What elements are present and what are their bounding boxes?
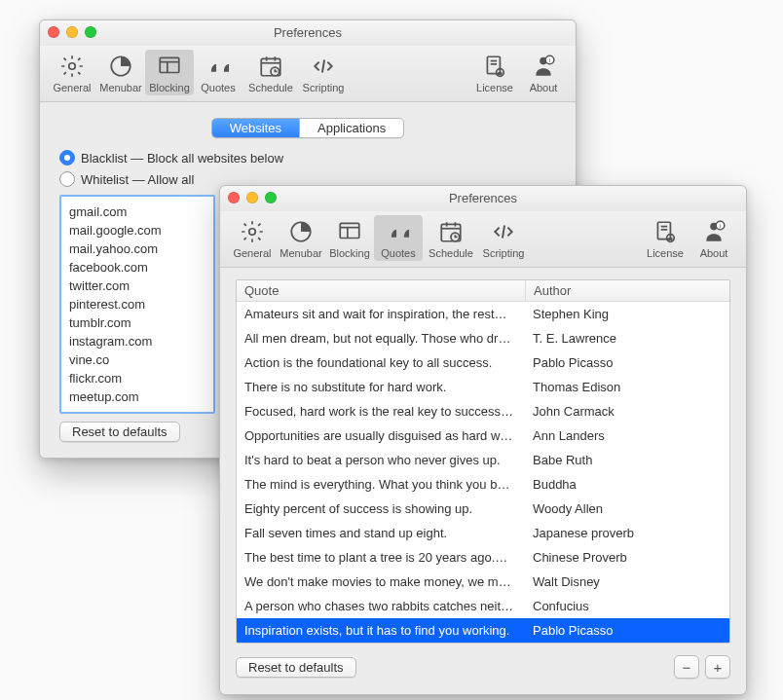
tool-scripting[interactable]: Scripting <box>479 215 528 261</box>
table-row[interactable]: Inspiration exists, but it has to find y… <box>237 618 729 643</box>
table-row[interactable]: A person who chases two rabbits catches … <box>237 594 729 618</box>
cell-author: Babe Ruth <box>525 448 729 472</box>
site-item[interactable]: gmail.com <box>69 203 205 221</box>
cell-author: Walt Disney <box>525 570 729 594</box>
tool-general[interactable]: General <box>48 50 96 95</box>
header-quote[interactable]: Quote <box>237 280 526 301</box>
table-row[interactable]: Fall seven times and stand up eight.Japa… <box>237 521 729 545</box>
table-row[interactable]: Amateurs sit and wait for inspiration, t… <box>237 302 729 326</box>
site-item[interactable]: mail.google.com <box>69 221 205 239</box>
zoom-icon[interactable] <box>265 192 277 203</box>
cell-author: Buddha <box>525 472 729 497</box>
tool-license[interactable]: License <box>641 215 690 261</box>
site-item[interactable]: tumblr.com <box>69 313 205 332</box>
quotes-table[interactable]: Quote Author Amateurs sit and wait for i… <box>236 279 730 644</box>
window-title: Preferences <box>449 191 517 205</box>
cell-quote: It's hard to beat a person who never giv… <box>237 448 525 472</box>
minimize-icon[interactable] <box>66 26 78 38</box>
table-row[interactable]: The mind is everything. What you think y… <box>237 472 729 497</box>
tool-quotes[interactable]: Quotes <box>194 50 242 95</box>
preferences-quotes-window: Preferences GeneralMenubarBlockingQuotes… <box>219 185 747 695</box>
blocking-icon <box>325 217 374 246</box>
header-author[interactable]: Author <box>526 280 729 301</box>
tool-label: General <box>228 247 277 259</box>
cell-quote: Fall seven times and stand up eight. <box>237 521 525 545</box>
titlebar[interactable]: Preferences <box>220 186 746 211</box>
seg-websites[interactable]: Websites <box>212 119 300 137</box>
radio-blacklist-row[interactable]: Blacklist — Block all websites below <box>59 150 560 166</box>
cell-author: Chinese Proverb <box>525 545 729 570</box>
scripting-icon <box>299 52 348 81</box>
cell-quote: Opportunities are usually disguised as h… <box>237 424 525 448</box>
tool-blocking[interactable]: Blocking <box>145 50 194 95</box>
cell-quote: The mind is everything. What you think y… <box>237 472 525 497</box>
svg-rect-29 <box>657 222 670 239</box>
tool-license[interactable]: License <box>470 50 519 95</box>
tool-label: Blocking <box>145 82 194 93</box>
table-row[interactable]: All men dream, but not equally. Those wh… <box>237 326 729 350</box>
svg-line-28 <box>503 226 504 239</box>
add-button[interactable]: + <box>705 655 730 679</box>
table-row[interactable]: Opportunities are usually disguised as h… <box>237 424 729 448</box>
scripting-icon <box>479 217 528 246</box>
site-item[interactable]: twitter.com <box>69 276 205 295</box>
zoom-icon[interactable] <box>85 26 96 38</box>
table-row[interactable]: It's hard to beat a person who never giv… <box>237 448 729 472</box>
tool-menubar[interactable]: Menubar <box>96 50 145 95</box>
tool-schedule[interactable]: Schedule <box>423 215 479 261</box>
titlebar[interactable]: Preferences <box>40 20 576 46</box>
site-item[interactable]: pinterest.com <box>69 295 205 313</box>
tool-label: General <box>48 82 96 93</box>
svg-line-10 <box>322 60 324 73</box>
tool-label: License <box>641 247 690 259</box>
tool-quotes[interactable]: Quotes <box>374 215 423 261</box>
table-row[interactable]: Focused, hard work is the real key to su… <box>237 399 729 424</box>
tool-about[interactable]: iAbout <box>519 50 568 95</box>
site-item[interactable]: instagram.com <box>69 332 205 350</box>
reset-button[interactable]: Reset to defaults <box>59 422 180 442</box>
radio-off-icon[interactable] <box>59 171 75 187</box>
cell-quote: Eighty percent of success is showing up. <box>237 497 525 521</box>
tool-label: Quotes <box>374 247 423 259</box>
radio-whitelist-label: Whitelist — Allow all <box>81 172 194 187</box>
toolbar: GeneralMenubarBlockingQuotesScheduleScri… <box>40 46 576 102</box>
remove-button[interactable]: − <box>674 655 699 679</box>
radio-on-icon[interactable] <box>59 150 75 166</box>
tool-scripting[interactable]: Scripting <box>299 50 348 95</box>
license-icon <box>470 52 519 81</box>
table-row[interactable]: We don't make movies to make money, we m… <box>237 570 729 594</box>
toolbar: GeneralMenubarBlockingQuotesScheduleScri… <box>220 211 746 268</box>
tool-label: Scripting <box>479 247 528 259</box>
cell-author: Confucius <box>525 594 729 618</box>
blocked-sites-list[interactable]: gmail.commail.google.commail.yahoo.comfa… <box>59 195 215 414</box>
tool-schedule[interactable]: Schedule <box>242 50 299 95</box>
site-item[interactable]: mail.yahoo.com <box>69 239 205 258</box>
reset-button[interactable]: Reset to defaults <box>236 657 356 678</box>
close-icon[interactable] <box>228 192 240 203</box>
table-row[interactable]: Action is the foundational key to all su… <box>237 350 729 375</box>
table-row[interactable]: Eighty percent of success is showing up.… <box>237 497 729 521</box>
site-item[interactable]: meetup.com <box>69 387 205 406</box>
site-item[interactable]: facebook.com <box>69 258 205 276</box>
cell-author: Stephen King <box>525 302 729 326</box>
minimize-icon[interactable] <box>246 192 258 203</box>
tool-general[interactable]: General <box>228 215 277 261</box>
site-item[interactable]: flickr.com <box>69 369 205 387</box>
svg-text:i: i <box>720 222 722 229</box>
tool-about[interactable]: iAbout <box>690 215 738 261</box>
cell-quote: All men dream, but not equally. Those wh… <box>237 326 525 350</box>
seg-applications[interactable]: Applications <box>300 119 403 137</box>
window-title: Preferences <box>274 25 342 40</box>
general-icon <box>48 52 96 81</box>
tool-label: Schedule <box>423 247 479 259</box>
table-row[interactable]: The best time to plant a tree is 20 year… <box>237 545 729 570</box>
close-icon[interactable] <box>48 26 59 38</box>
site-item[interactable]: vine.co <box>69 350 205 369</box>
tool-menubar[interactable]: Menubar <box>277 215 325 261</box>
tool-label: Scripting <box>299 82 348 93</box>
tool-label: About <box>690 247 738 259</box>
general-icon <box>228 217 277 246</box>
table-header: Quote Author <box>237 280 729 302</box>
table-row[interactable]: There is no substitute for hard work.Tho… <box>237 375 729 399</box>
tool-blocking[interactable]: Blocking <box>325 215 374 261</box>
